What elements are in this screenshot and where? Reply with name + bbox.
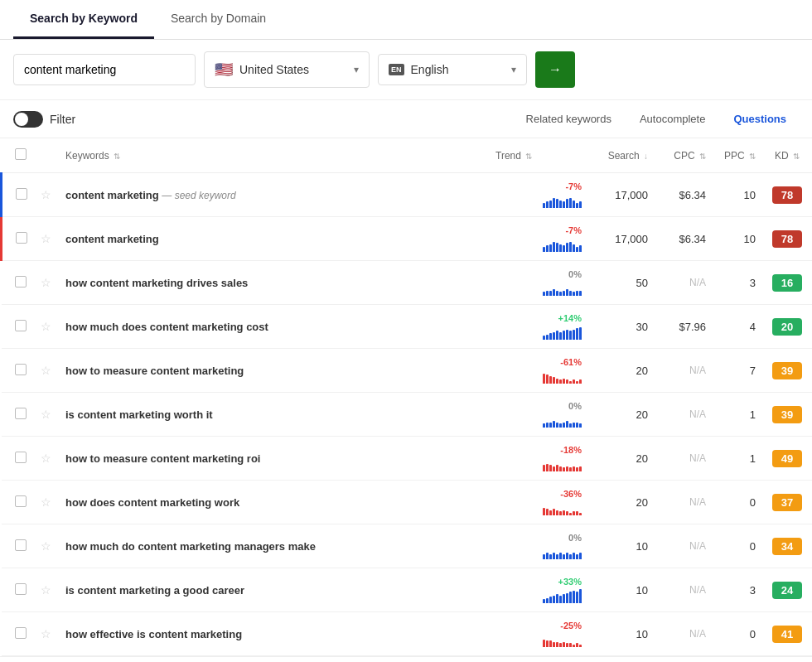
search-volume: 10 <box>588 568 655 612</box>
header-checkbox[interactable] <box>15 148 27 160</box>
col-header-ppc[interactable]: PPC ⇅ <box>713 138 762 173</box>
trend-bar <box>573 553 575 559</box>
country-select[interactable]: 🇺🇸 United States ▾ <box>204 51 370 88</box>
col-header-cpc[interactable]: CPC ⇅ <box>655 138 713 173</box>
trend-bar <box>563 379 565 384</box>
cpc-value: N/A <box>655 568 713 612</box>
trend-bar <box>543 508 545 515</box>
trend-cell: -25% <box>489 612 588 656</box>
ppc-value: 3 <box>713 568 762 612</box>
search-button[interactable]: → <box>535 51 575 88</box>
table-row: ☆how to measure content marketing -61% 2… <box>2 349 813 393</box>
trend-bar <box>576 554 578 559</box>
row-checkbox[interactable] <box>15 452 27 463</box>
keyword-cell: content marketing <box>59 217 489 261</box>
star-icon[interactable]: ☆ <box>41 627 51 640</box>
trend-bar <box>579 327 582 340</box>
trend-bar <box>563 291 565 296</box>
trend-bar <box>579 589 582 603</box>
star-icon[interactable]: ☆ <box>41 232 51 245</box>
language-arrow-icon: ▾ <box>511 64 516 75</box>
kd-badge: 39 <box>772 362 802 379</box>
trend-cell: +33% <box>489 568 588 612</box>
trend-bar <box>573 244 575 252</box>
trend-bar <box>546 640 549 647</box>
filter-label[interactable]: Filter <box>50 113 75 126</box>
trend-bar <box>569 467 572 471</box>
col-header-star <box>34 138 59 173</box>
row-checkbox[interactable] <box>15 495 27 507</box>
row-checkbox[interactable] <box>15 364 27 375</box>
search-volume: 20 <box>588 393 655 437</box>
row-checkbox[interactable] <box>16 232 27 244</box>
kd-badge: 78 <box>772 230 802 248</box>
mini-chart <box>543 369 582 384</box>
table-header-row: Keywords ⇅ Trend ⇅ Search ↓ CPC ⇅ <box>2 138 813 173</box>
star-icon[interactable]: ☆ <box>41 495 51 509</box>
tab-domain[interactable]: Search by Domain <box>154 0 283 39</box>
col-header-keyword[interactable]: Keywords ⇅ <box>59 138 489 173</box>
trend-bar <box>549 510 552 515</box>
star-icon[interactable]: ☆ <box>41 539 51 553</box>
mini-chart <box>543 632 582 647</box>
col-header-kd[interactable]: KD ⇅ <box>762 138 812 173</box>
star-icon[interactable]: ☆ <box>41 452 51 465</box>
tab-keyword[interactable]: Search by Keyword <box>13 0 154 39</box>
table-row: ☆how to measure content marketing roi -1… <box>2 437 813 481</box>
cpc-value: N/A <box>655 349 713 393</box>
trend-bar <box>549 597 552 603</box>
tab-autocomplete[interactable]: Autocomplete <box>627 107 718 131</box>
row-checkbox[interactable] <box>15 320 27 331</box>
col-header-trend[interactable]: Trend ⇅ <box>489 138 588 173</box>
kd-cell: 16 <box>762 261 812 305</box>
star-icon[interactable]: ☆ <box>41 188 51 201</box>
language-select[interactable]: EN English ▾ <box>378 54 527 85</box>
row-checkbox[interactable] <box>15 583 27 595</box>
trend-bar <box>546 553 549 559</box>
ppc-value: 0 <box>713 612 762 656</box>
trend-bar <box>559 332 562 340</box>
keyword-text: content marketing <box>65 233 159 245</box>
search-volume: 20 <box>588 349 655 393</box>
star-icon[interactable]: ☆ <box>41 408 51 421</box>
trend-bar <box>576 511 578 515</box>
tab-questions[interactable]: Questions <box>721 107 799 131</box>
star-icon[interactable]: ☆ <box>41 583 51 597</box>
star-icon[interactable]: ☆ <box>41 276 51 289</box>
trend-pct: -7% <box>565 225 582 235</box>
trend-bar <box>543 292 545 296</box>
trend-bar <box>549 640 552 647</box>
star-icon[interactable]: ☆ <box>41 364 51 377</box>
trend-bar <box>566 199 568 208</box>
keyword-input[interactable] <box>13 54 196 85</box>
country-arrow-icon: ▾ <box>354 64 359 75</box>
star-icon[interactable]: ☆ <box>41 320 51 333</box>
filter-toggle[interactable] <box>13 111 43 128</box>
row-checkbox[interactable] <box>16 188 27 200</box>
trend-bar <box>559 379 562 384</box>
kd-cell: 20 <box>762 305 812 349</box>
trend-bar <box>559 201 562 208</box>
trend-cell: 0% <box>489 393 588 437</box>
tab-related-keywords[interactable]: Related keywords <box>514 107 624 131</box>
trend-bar <box>553 596 555 603</box>
keyword-text: how to measure content marketing <box>65 365 244 377</box>
row-checkbox[interactable] <box>15 408 27 419</box>
row-checkbox[interactable] <box>15 539 27 551</box>
trend-bar <box>569 198 572 208</box>
keyword-cell: how much does content marketing cost <box>59 305 489 349</box>
search-volume: 10 <box>588 612 655 656</box>
trend-cell: -7% <box>489 173 588 217</box>
cpc-sort-icon: ⇅ <box>699 152 706 161</box>
trend-bar <box>556 379 558 384</box>
row-checkbox[interactable] <box>15 276 27 288</box>
keyword-cell: how much do content marketing managers m… <box>59 524 489 568</box>
trend-bar <box>576 643 578 647</box>
row-checkbox[interactable] <box>15 627 27 639</box>
trend-bar <box>566 289 568 296</box>
trend-bar <box>566 511 568 515</box>
mini-chart <box>543 544 582 559</box>
col-header-search[interactable]: Search ↓ <box>588 138 655 173</box>
table-row: ☆how does content marketing work -36% 20… <box>2 481 813 524</box>
kd-badge: 78 <box>772 186 802 204</box>
